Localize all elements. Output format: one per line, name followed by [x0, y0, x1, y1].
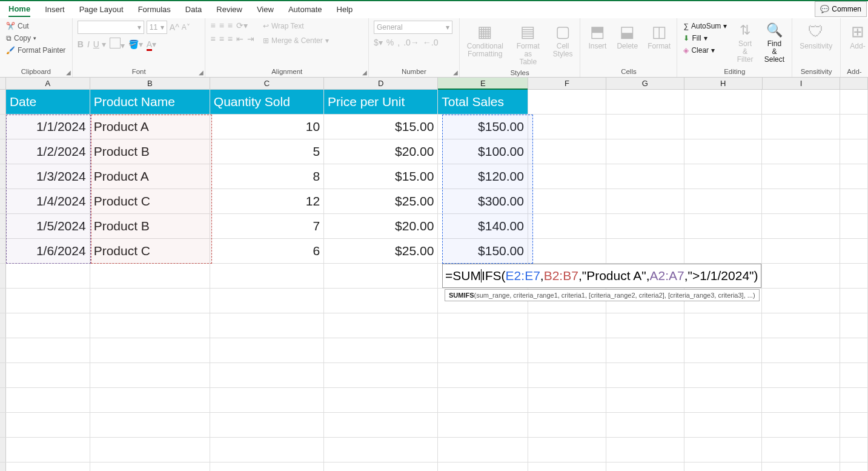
cell[interactable] — [684, 413, 763, 437]
cell[interactable] — [762, 289, 840, 313]
copy-button[interactable]: ⧉Copy▾ — [5, 33, 67, 44]
cell[interactable] — [210, 413, 324, 437]
cell[interactable] — [438, 388, 528, 412]
cell[interactable] — [6, 264, 90, 288]
cell[interactable] — [90, 313, 210, 338]
cell-product[interactable]: Product B — [90, 139, 210, 164]
cell[interactable] — [324, 313, 438, 338]
cell[interactable] — [210, 289, 324, 313]
row-header[interactable] — [0, 239, 6, 263]
cell[interactable] — [528, 115, 606, 139]
tab-home[interactable]: Home — [8, 2, 30, 17]
cell[interactable] — [840, 413, 868, 437]
cell[interactable] — [324, 463, 438, 471]
cell[interactable] — [606, 363, 684, 387]
cell[interactable] — [840, 264, 868, 288]
cell[interactable] — [324, 438, 438, 462]
cell-price[interactable]: $25.00 — [324, 189, 438, 213]
cell[interactable] — [90, 363, 210, 387]
row-header[interactable] — [0, 413, 6, 437]
cell[interactable] — [6, 338, 90, 362]
cell-product[interactable]: Product C — [90, 239, 210, 263]
col-header-C[interactable]: C — [210, 78, 324, 89]
cell[interactable] — [606, 115, 684, 139]
cell[interactable] — [840, 463, 868, 471]
cell[interactable] — [6, 463, 90, 471]
header-price[interactable]: Price per Unit — [324, 90, 438, 114]
cell[interactable] — [840, 90, 868, 114]
format-painter-button[interactable]: 🖌️Format Painter — [5, 45, 67, 56]
cell[interactable] — [528, 90, 606, 114]
cell[interactable] — [762, 313, 840, 338]
sensitivity-button[interactable]: 🛡Sensitivity — [797, 21, 835, 52]
cell[interactable] — [528, 338, 606, 362]
col-header-J[interactable] — [840, 78, 868, 89]
cell[interactable] — [90, 413, 210, 437]
cell[interactable] — [762, 214, 840, 238]
header-date[interactable]: Date — [6, 90, 90, 114]
cell[interactable] — [210, 363, 324, 387]
tab-data[interactable]: Data — [185, 2, 202, 16]
cell[interactable] — [840, 115, 868, 139]
cell-total[interactable]: $100.00 — [438, 139, 528, 164]
cell[interactable] — [684, 363, 763, 387]
cell[interactable] — [684, 438, 763, 462]
row-header[interactable] — [0, 264, 6, 288]
cell[interactable] — [210, 463, 324, 471]
cell[interactable] — [840, 388, 868, 412]
cell-date[interactable]: 1/4/2024 — [6, 189, 90, 213]
cell[interactable] — [324, 363, 438, 387]
increase-decimal-icon[interactable]: .0→ — [403, 38, 419, 47]
italic-icon[interactable]: I — [87, 39, 90, 49]
tab-view[interactable]: View — [257, 2, 274, 16]
cell[interactable] — [606, 189, 684, 213]
row-header[interactable] — [0, 338, 6, 362]
format-cells-button[interactable]: ◫Format — [645, 21, 673, 52]
delete-cells-button[interactable]: ⬓Delete — [614, 21, 640, 52]
orientation-icon[interactable]: ⟳▾ — [236, 21, 248, 30]
comma-icon[interactable]: , — [397, 38, 400, 47]
cell[interactable] — [528, 189, 606, 213]
align-right-icon[interactable]: ≡ — [228, 34, 233, 44]
cell[interactable] — [606, 139, 684, 164]
cell-qty[interactable]: 12 — [210, 189, 324, 213]
col-header-E[interactable]: E — [438, 78, 528, 89]
cell[interactable] — [210, 438, 324, 462]
format-as-table-button[interactable]: ▤Format as Table — [511, 21, 546, 68]
cell-product[interactable]: Product A — [90, 164, 210, 189]
cell[interactable] — [762, 115, 840, 139]
cell-date[interactable]: 1/5/2024 — [6, 214, 90, 238]
cell[interactable] — [762, 164, 840, 189]
row-header[interactable] — [0, 139, 6, 164]
cell[interactable] — [762, 363, 840, 387]
cell[interactable] — [90, 438, 210, 462]
cell[interactable] — [684, 239, 763, 263]
autosum-button[interactable]: ∑AutoSum▾ — [682, 21, 728, 32]
cell[interactable] — [762, 438, 840, 462]
tab-help[interactable]: Help — [337, 2, 353, 16]
find-select-button[interactable]: 🔍Find & Select — [762, 21, 787, 65]
decrease-indent-icon[interactable]: ⇤ — [236, 34, 244, 44]
cell-qty[interactable]: 10 — [210, 115, 324, 139]
cell-total[interactable]: $120.00 — [438, 164, 528, 189]
row-header[interactable] — [0, 115, 6, 139]
cell[interactable] — [6, 438, 90, 462]
col-header-F[interactable]: F — [528, 78, 606, 89]
cell[interactable] — [528, 438, 606, 462]
cell[interactable] — [840, 338, 868, 362]
cell-date[interactable]: 1/3/2024 — [6, 164, 90, 189]
row-header[interactable] — [0, 438, 6, 462]
cell-date[interactable]: 1/1/2024 — [6, 115, 90, 139]
cell[interactable] — [6, 388, 90, 412]
cell[interactable] — [840, 239, 868, 263]
cell[interactable] — [840, 214, 868, 238]
decrease-font-icon[interactable]: A˅ — [182, 23, 190, 32]
currency-icon[interactable]: $▾ — [374, 38, 383, 47]
percent-icon[interactable]: % — [386, 38, 394, 47]
cell[interactable] — [90, 264, 210, 288]
cell[interactable] — [438, 413, 528, 437]
cell[interactable] — [528, 388, 606, 412]
cell[interactable] — [762, 264, 840, 288]
cell[interactable] — [528, 214, 606, 238]
cell[interactable] — [684, 214, 763, 238]
